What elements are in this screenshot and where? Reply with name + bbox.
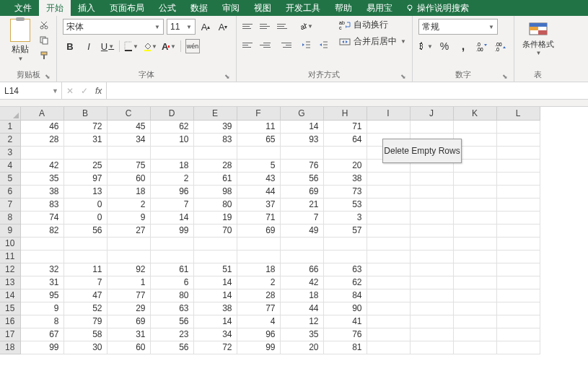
cell[interactable]: 76 xyxy=(280,159,323,172)
cell[interactable] xyxy=(193,237,237,250)
increase-decimal-button[interactable]: .0.00 xyxy=(475,39,489,53)
cell[interactable]: 20 xyxy=(280,341,323,354)
cell[interactable]: 41 xyxy=(323,315,367,328)
cell[interactable]: 90 xyxy=(323,302,367,315)
cell[interactable] xyxy=(367,211,410,224)
cell[interactable] xyxy=(367,120,410,133)
cell[interactable]: 9 xyxy=(107,211,150,224)
cell[interactable]: 96 xyxy=(150,185,193,198)
cell[interactable] xyxy=(496,289,540,302)
cell[interactable]: 34 xyxy=(107,133,150,146)
cell[interactable]: 5 xyxy=(237,159,280,172)
cell[interactable]: 11 xyxy=(63,263,107,276)
cell[interactable]: 69 xyxy=(237,224,280,237)
cell[interactable] xyxy=(20,250,63,263)
cell[interactable] xyxy=(496,198,540,211)
cell[interactable] xyxy=(410,120,453,133)
increase-indent-button[interactable] xyxy=(316,38,330,52)
row-header[interactable]: 1 xyxy=(0,120,20,133)
row-header[interactable]: 10 xyxy=(0,237,20,250)
column-header[interactable]: F xyxy=(237,107,280,120)
decrease-font-button[interactable]: A▾ xyxy=(216,19,230,34)
cell[interactable] xyxy=(367,328,410,341)
cell[interactable] xyxy=(63,237,107,250)
cell[interactable] xyxy=(410,276,453,289)
cell[interactable]: 53 xyxy=(323,198,367,211)
border-button[interactable]: ▼ xyxy=(124,39,139,53)
cell[interactable]: 84 xyxy=(323,289,367,302)
bold-button[interactable]: B xyxy=(63,39,77,53)
cell[interactable]: 35 xyxy=(280,328,323,341)
cell[interactable]: 34 xyxy=(193,328,237,341)
tab-file[interactable]: 文件 xyxy=(7,0,39,17)
cell[interactable] xyxy=(496,133,540,146)
cell[interactable]: 46 xyxy=(20,120,63,133)
cell[interactable] xyxy=(496,263,540,276)
cell[interactable]: 56 xyxy=(150,341,193,354)
tab-formulas[interactable]: 公式 xyxy=(152,0,183,17)
row-header[interactable]: 6 xyxy=(0,185,20,198)
tab-data[interactable]: 数据 xyxy=(183,0,215,17)
align-left-button[interactable] xyxy=(242,38,257,51)
cell[interactable]: 9 xyxy=(20,302,63,315)
cell[interactable]: 64 xyxy=(323,133,367,146)
cell[interactable]: 65 xyxy=(237,133,280,146)
cell[interactable]: 10 xyxy=(150,133,193,146)
cell[interactable]: 75 xyxy=(107,159,150,172)
cell[interactable]: 21 xyxy=(280,198,323,211)
row-header[interactable]: 17 xyxy=(0,328,20,341)
cell[interactable] xyxy=(410,250,453,263)
cell[interactable] xyxy=(237,237,280,250)
clipboard-launcher[interactable]: ⬊ xyxy=(45,73,51,80)
cell[interactable] xyxy=(367,237,410,250)
cell[interactable]: 69 xyxy=(280,185,323,198)
cell[interactable]: 28 xyxy=(20,133,63,146)
cell[interactable]: 2 xyxy=(150,172,193,185)
cell[interactable]: 99 xyxy=(237,341,280,354)
font-launcher[interactable]: ⬊ xyxy=(224,73,230,80)
cell[interactable]: 72 xyxy=(63,120,107,133)
cell[interactable] xyxy=(193,146,237,159)
cell[interactable] xyxy=(367,276,410,289)
cell[interactable]: 14 xyxy=(280,120,323,133)
column-header[interactable]: A xyxy=(20,107,63,120)
number-launcher[interactable]: ⬊ xyxy=(502,73,508,80)
cell[interactable]: 56 xyxy=(280,172,323,185)
enter-formula-button[interactable]: ✓ xyxy=(81,86,88,96)
cell[interactable]: 99 xyxy=(20,341,63,354)
cell[interactable]: 7 xyxy=(280,211,323,224)
cell[interactable]: 62 xyxy=(323,276,367,289)
cell[interactable]: 37 xyxy=(237,198,280,211)
cell[interactable]: 66 xyxy=(280,263,323,276)
cell[interactable] xyxy=(410,224,453,237)
italic-button[interactable]: I xyxy=(82,39,96,53)
row-header[interactable]: 8 xyxy=(0,211,20,224)
cell[interactable]: 96 xyxy=(237,328,280,341)
cell[interactable] xyxy=(496,250,540,263)
tab-review[interactable]: 审阅 xyxy=(215,0,247,17)
cell[interactable]: 1 xyxy=(107,276,150,289)
cell[interactable]: 2 xyxy=(107,198,150,211)
paste-button[interactable]: 粘贴 ▼ xyxy=(6,19,35,62)
cell[interactable]: 6 xyxy=(150,276,193,289)
cell[interactable]: 2 xyxy=(237,276,280,289)
cell[interactable] xyxy=(496,341,540,354)
cell[interactable] xyxy=(410,172,453,185)
cell[interactable]: 93 xyxy=(280,133,323,146)
align-top-button[interactable] xyxy=(242,19,257,32)
cell[interactable] xyxy=(63,146,107,159)
cell[interactable]: 18 xyxy=(107,185,150,198)
row-header[interactable]: 2 xyxy=(0,133,20,146)
cell[interactable]: 42 xyxy=(20,159,63,172)
cell[interactable]: 60 xyxy=(107,341,150,354)
cell[interactable]: 69 xyxy=(107,315,150,328)
cell[interactable] xyxy=(367,198,410,211)
increase-font-button[interactable]: A▴ xyxy=(198,19,213,34)
cell[interactable] xyxy=(280,250,323,263)
cell[interactable]: 81 xyxy=(323,341,367,354)
delete-empty-rows-button[interactable]: Delete Empty Rows xyxy=(382,139,462,163)
cell[interactable]: 19 xyxy=(193,211,237,224)
cell[interactable] xyxy=(453,276,496,289)
cell[interactable]: 7 xyxy=(63,276,107,289)
cell[interactable]: 0 xyxy=(63,211,107,224)
